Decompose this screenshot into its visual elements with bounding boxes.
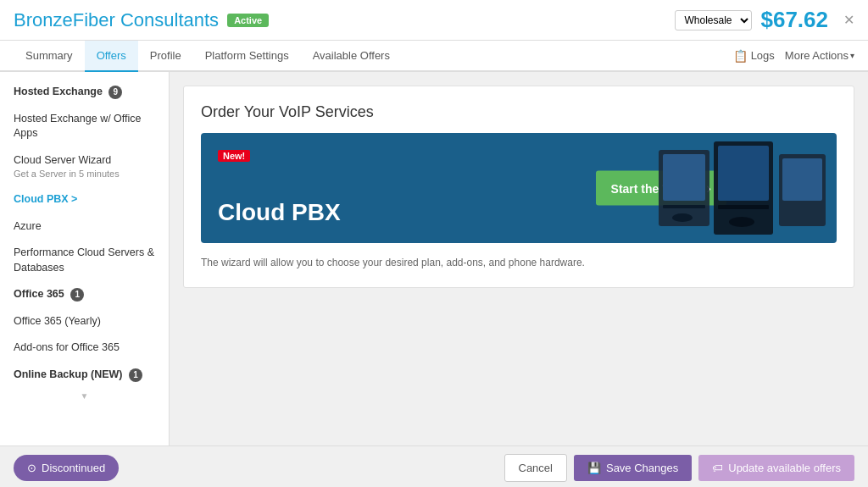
logs-button[interactable]: 📋 Logs bbox=[733, 49, 775, 63]
logs-label: Logs bbox=[751, 49, 775, 62]
tab-offers[interactable]: Offers bbox=[85, 41, 138, 72]
sidebar-item-label: Cloud Server Wizard bbox=[14, 153, 155, 169]
voip-banner: New! Cloud PBX Start the Wizard › bbox=[201, 133, 837, 243]
main-content: Order Your VoIP Services New! Cloud PBX … bbox=[170, 72, 868, 445]
header-right: Wholesale Retail $67.62 ✕ bbox=[675, 7, 854, 33]
update-icon: 🏷 bbox=[712, 462, 723, 474]
close-button[interactable]: ✕ bbox=[843, 12, 854, 28]
tab-profile[interactable]: Profile bbox=[138, 41, 193, 72]
nav-tabs: Summary Offers Profile Platform Settings… bbox=[0, 41, 868, 72]
price-display: $67.62 bbox=[760, 7, 828, 33]
content-card: Order Your VoIP Services New! Cloud PBX … bbox=[183, 86, 854, 288]
save-label: Save Changes bbox=[606, 462, 678, 474]
sidebar-item-label: Online Backup (NEW) bbox=[14, 368, 122, 380]
sidebar: Hosted Exchange 9 Hosted Exchange w/ Off… bbox=[0, 72, 170, 445]
sidebar-item-performance-cloud[interactable]: Performance Cloud Servers & Databases bbox=[0, 240, 169, 281]
logs-icon: 📋 bbox=[733, 49, 748, 63]
sidebar-item-label: Office 365 bbox=[14, 288, 64, 300]
header-left: BronzeFiber Consultants Active bbox=[14, 9, 269, 31]
nav-tabs-left: Summary Offers Profile Platform Settings… bbox=[14, 41, 402, 70]
new-badge: New! bbox=[218, 150, 250, 162]
svg-rect-7 bbox=[782, 158, 822, 201]
discontinued-button[interactable]: ⊙ Discontinued bbox=[14, 455, 119, 481]
more-actions-button[interactable]: More Actions ▾ bbox=[785, 49, 854, 62]
update-label: Update available offers bbox=[728, 462, 841, 474]
cancel-button[interactable]: Cancel bbox=[504, 454, 567, 482]
footer-left: ⊙ Discontinued bbox=[14, 455, 119, 481]
sidebar-item-label: Cloud PBX > bbox=[14, 193, 77, 205]
tab-summary[interactable]: Summary bbox=[14, 41, 85, 72]
svg-rect-2 bbox=[663, 205, 705, 208]
sidebar-item-online-backup[interactable]: Online Backup (NEW) 1 bbox=[0, 362, 169, 389]
discontinued-icon: ⊙ bbox=[27, 462, 36, 474]
sidebar-item-hosted-exchange[interactable]: Hosted Exchange 9 bbox=[0, 79, 169, 106]
sidebar-item-label: Hosted Exchange bbox=[14, 86, 103, 97]
sidebar-item-addons-office-365[interactable]: Add-ons for Office 365 bbox=[0, 335, 169, 362]
wholesale-select[interactable]: Wholesale Retail bbox=[675, 10, 752, 30]
svg-point-8 bbox=[672, 213, 693, 222]
content-title: Order Your VoIP Services bbox=[201, 103, 837, 121]
svg-rect-4 bbox=[718, 146, 769, 201]
footer-right: Cancel 💾 Save Changes 🏷 Update available… bbox=[504, 454, 855, 482]
sidebar-item-label: Azure bbox=[14, 220, 42, 232]
save-icon: 💾 bbox=[587, 462, 601, 474]
nav-tabs-right: 📋 Logs More Actions ▾ bbox=[733, 49, 854, 63]
cloud-pbx-title: Cloud PBX bbox=[218, 199, 341, 226]
active-badge: Active bbox=[227, 14, 269, 27]
sidebar-item-office-365-yearly[interactable]: Office 365 (Yearly) bbox=[0, 308, 169, 335]
sidebar-badge: 9 bbox=[108, 86, 122, 99]
sidebar-item-label: Performance Cloud Servers & Databases bbox=[14, 246, 154, 274]
sidebar-item-hosted-exchange-office[interactable]: Hosted Exchange w/ Office Apps bbox=[0, 106, 169, 147]
discontinued-label: Discontinued bbox=[42, 462, 105, 474]
svg-rect-5 bbox=[718, 205, 769, 209]
sidebar-item-azure[interactable]: Azure bbox=[0, 213, 169, 241]
wizard-description: The wizard will allow you to choose your… bbox=[201, 255, 837, 270]
sidebar-item-label: Hosted Exchange w/ Office Apps bbox=[14, 113, 142, 140]
phone-graphics bbox=[650, 133, 837, 243]
sidebar-item-label: Add-ons for Office 365 bbox=[14, 341, 120, 353]
more-actions-label: More Actions bbox=[785, 49, 849, 62]
sidebar-item-subtitle: Get a Server in 5 minutes bbox=[14, 168, 155, 180]
footer: ⊙ Discontinued Cancel 💾 Save Changes 🏷 U… bbox=[0, 445, 868, 487]
header: BronzeFiber Consultants Active Wholesale… bbox=[0, 0, 868, 41]
sidebar-item-cloud-pbx[interactable]: Cloud PBX > bbox=[0, 186, 169, 213]
update-available-offers-button[interactable]: 🏷 Update available offers bbox=[698, 455, 854, 481]
sidebar-item-label: Office 365 (Yearly) bbox=[14, 315, 101, 327]
sidebar-badge: 1 bbox=[129, 368, 142, 382]
scroll-indicator: ▼ bbox=[0, 388, 169, 404]
svg-point-9 bbox=[729, 217, 754, 227]
svg-rect-1 bbox=[663, 154, 705, 201]
company-name: BronzeFiber Consultants bbox=[14, 9, 219, 31]
sidebar-item-cloud-server-wizard[interactable]: Cloud Server Wizard Get a Server in 5 mi… bbox=[0, 147, 169, 187]
sidebar-item-office-365[interactable]: Office 365 1 bbox=[0, 281, 169, 308]
save-button[interactable]: 💾 Save Changes bbox=[574, 455, 692, 481]
tab-available-offers[interactable]: Available Offers bbox=[301, 41, 402, 72]
tab-platform-settings[interactable]: Platform Settings bbox=[193, 41, 301, 72]
banner-text: Cloud PBX bbox=[218, 199, 341, 226]
sidebar-badge: 1 bbox=[70, 288, 84, 302]
body: Hosted Exchange 9 Hosted Exchange w/ Off… bbox=[0, 72, 868, 445]
chevron-down-icon: ▾ bbox=[850, 51, 854, 60]
phones-svg bbox=[650, 133, 837, 243]
